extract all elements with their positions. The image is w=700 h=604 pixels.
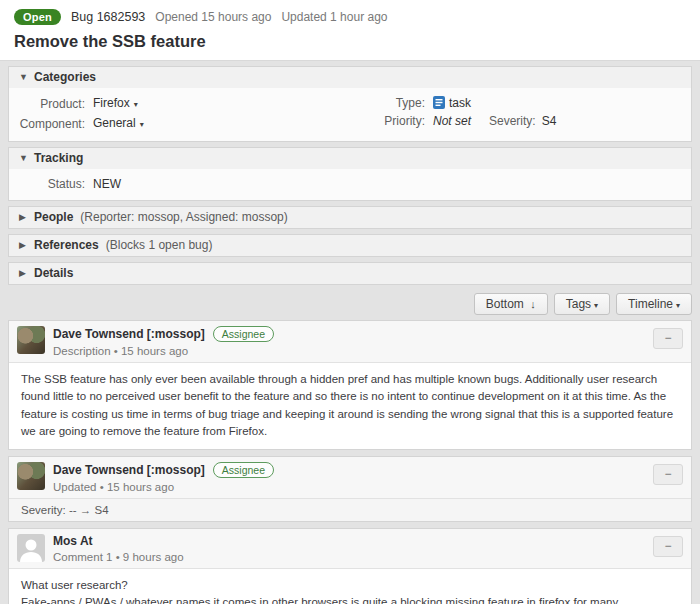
type-label: Type: — [377, 94, 425, 112]
comment-header: Dave Townsend [:mossop] Assignee Descrip… — [9, 321, 691, 363]
module-references-header[interactable]: ▶ References (Blocks 1 open bug) — [9, 235, 691, 256]
chevron-down-icon: ▾ — [676, 301, 680, 310]
component-select[interactable]: General▾ — [93, 114, 144, 134]
comment-meta[interactable]: Description • 15 hours ago — [53, 345, 653, 357]
module-references: ▶ References (Blocks 1 open bug) — [8, 234, 692, 257]
collapse-comment-button[interactable]: − — [653, 536, 683, 557]
module-references-summary: (Blocks 1 open bug) — [106, 238, 213, 252]
module-tracking-content: Status: NEW — [9, 169, 691, 200]
tags-button-label: Tags — [566, 297, 591, 311]
comment-1: Mos At Comment 1 • 9 hours ago − What us… — [8, 528, 692, 604]
author-name[interactable]: Dave Townsend [:mossop] — [53, 327, 205, 341]
author-name[interactable]: Mos At — [53, 534, 93, 548]
twisty-right-icon: ▶ — [19, 212, 27, 222]
comment-header: Dave Townsend [:mossop] Assignee Updated… — [9, 457, 691, 499]
page-title: Remove the SSB feature — [14, 32, 686, 51]
avatar — [17, 326, 45, 354]
comments-toolbar: Bottom ↓ Tags▾ Timeline▾ — [0, 290, 700, 317]
tags-button[interactable]: Tags▾ — [554, 293, 610, 315]
twisty-right-icon: ▶ — [19, 240, 27, 250]
module-categories-content: Product: Firefox▾ Component: General▾ Ty… — [9, 88, 691, 141]
task-type-icon — [433, 96, 445, 109]
down-arrow-icon: ↓ — [530, 298, 536, 310]
chevron-down-icon: ▾ — [134, 100, 138, 109]
chevron-down-icon: ▾ — [594, 301, 598, 310]
bug-id[interactable]: Bug 1682593 — [71, 10, 145, 24]
module-tracking-title: Tracking — [34, 151, 83, 165]
twisty-down-icon: ▼ — [19, 72, 27, 82]
comment-description: Dave Townsend [:mossop] Assignee Descrip… — [8, 320, 692, 450]
module-tracking-header[interactable]: ▼ Tracking — [9, 148, 691, 169]
module-references-title: References — [34, 238, 99, 252]
updated-timestamp: Updated 1 hour ago — [281, 10, 387, 24]
author-name[interactable]: Dave Townsend [:mossop] — [53, 463, 205, 477]
type-text: task — [449, 96, 471, 110]
severity-change-row: Severity: -- → S4 — [9, 499, 691, 521]
comment-header: Mos At Comment 1 • 9 hours ago − — [9, 529, 691, 569]
module-tracking: ▼ Tracking Status: NEW — [8, 147, 692, 201]
opened-timestamp: Opened 15 hours ago — [155, 10, 271, 24]
bug-meta-row: Open Bug 1682593 Opened 15 hours ago Upd… — [14, 9, 686, 25]
severity-value: S4 — [542, 114, 557, 128]
severity-label: Severity: — [489, 114, 536, 128]
assignee-badge: Assignee — [213, 326, 274, 342]
module-people-summary: (Reporter: mossop, Assigned: mossop) — [80, 210, 287, 224]
product-value: Firefox — [93, 96, 130, 110]
priority-label: Priority: — [377, 112, 425, 130]
priority-value: Not set — [433, 112, 471, 130]
comment-change: Dave Townsend [:mossop] Assignee Updated… — [8, 456, 692, 522]
twisty-right-icon: ▶ — [19, 268, 27, 278]
module-categories: ▼ Categories Product: Firefox▾ Component… — [8, 66, 692, 142]
bottom-button[interactable]: Bottom ↓ — [474, 293, 548, 315]
comment-meta[interactable]: Comment 1 • 9 hours ago — [53, 551, 653, 563]
product-select[interactable]: Firefox▾ — [93, 94, 138, 114]
component-value: General — [93, 116, 136, 130]
product-label: Product: — [19, 95, 85, 113]
bottom-button-label: Bottom — [486, 297, 524, 311]
comment-body: The SSB feature has only ever been avail… — [9, 363, 691, 449]
comment-meta[interactable]: Updated • 15 hours ago — [53, 481, 653, 493]
comment-line: Fake-apps / PWAs / whatever names it com… — [21, 594, 679, 604]
module-people-title: People — [34, 210, 73, 224]
timeline-button-label: Timeline — [628, 297, 673, 311]
status-label: Status: — [19, 175, 85, 193]
twisty-down-icon: ▼ — [19, 153, 27, 163]
collapse-comment-button[interactable]: − — [653, 464, 683, 485]
status-value: NEW — [93, 175, 121, 193]
module-details: ▶ Details — [8, 262, 692, 285]
module-details-title: Details — [34, 266, 73, 280]
module-details-header[interactable]: ▶ Details — [9, 263, 691, 284]
timeline-button[interactable]: Timeline▾ — [616, 293, 692, 315]
collapse-comment-button[interactable]: − — [653, 328, 683, 349]
status-badge: Open — [14, 9, 61, 25]
module-people: ▶ People (Reporter: mossop, Assigned: mo… — [8, 206, 692, 229]
avatar — [17, 462, 45, 490]
comment-line: What user research? — [21, 577, 679, 594]
type-value: task — [433, 94, 471, 112]
module-people-header[interactable]: ▶ People (Reporter: mossop, Assigned: mo… — [9, 207, 691, 228]
default-avatar-icon — [17, 534, 45, 562]
comment-body: What user research? Fake-apps / PWAs / w… — [9, 569, 691, 604]
component-label: Component: — [19, 115, 85, 133]
chevron-down-icon: ▾ — [140, 120, 144, 129]
assignee-badge: Assignee — [213, 462, 274, 478]
bug-header: Open Bug 1682593 Opened 15 hours ago Upd… — [0, 0, 700, 61]
module-categories-title: Categories — [34, 70, 96, 84]
module-categories-header[interactable]: ▼ Categories — [9, 67, 691, 88]
